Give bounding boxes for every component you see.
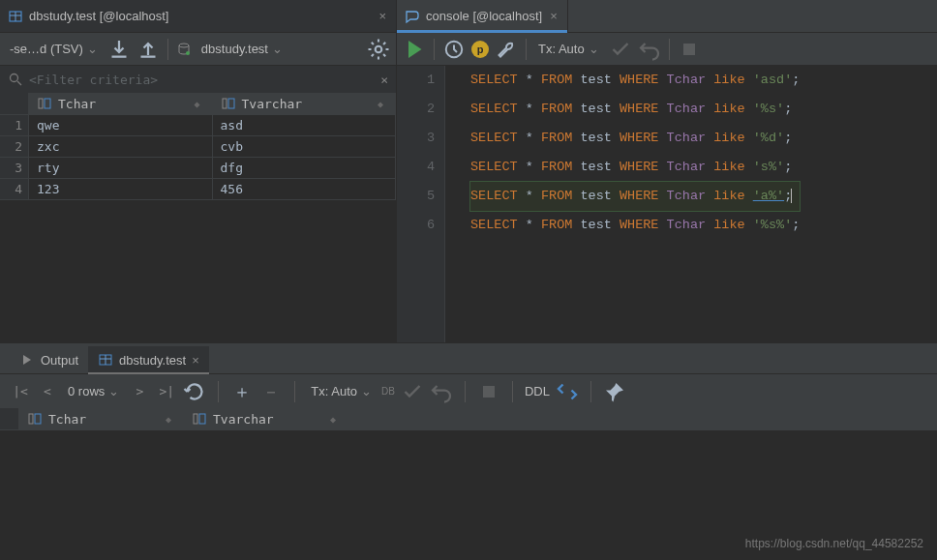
sort-icon[interactable]: ◆	[195, 102, 204, 106]
last-page-button[interactable]: >|	[156, 384, 177, 398]
svg-rect-20	[194, 414, 197, 424]
sort-icon[interactable]: ◆	[166, 417, 175, 422]
table-icon	[8, 9, 23, 24]
tx-mode-dropdown-bottom[interactable]: Tx: Auto ⌄	[307, 384, 376, 398]
editor-body[interactable]: SELECT * FROM test WHERE Tchar like 'asd…	[445, 66, 825, 342]
table-row[interactable]: 3rtydfg	[0, 158, 396, 179]
output-grid-label: dbstudy.test	[119, 353, 186, 368]
table-row[interactable]: 2zxccvb	[0, 136, 396, 158]
datasource-icon	[176, 42, 192, 57]
svg-line-7	[17, 81, 21, 85]
compare-button[interactable]	[556, 380, 579, 403]
svg-point-5	[376, 45, 382, 52]
close-icon[interactable]: ×	[377, 9, 388, 23]
history-button[interactable]	[442, 38, 466, 61]
svg-rect-8	[39, 99, 43, 108]
svg-point-6	[11, 74, 18, 82]
table-icon	[98, 352, 113, 368]
search-icon	[8, 72, 23, 87]
tx-mode-dropdown[interactable]: Tx: Auto ⌄	[534, 42, 603, 56]
output-tab[interactable]: Output	[10, 346, 88, 373]
column-icon	[221, 96, 236, 111]
next-page-button[interactable]: >	[129, 384, 150, 398]
svg-rect-21	[199, 414, 205, 424]
ddl-button[interactable]: DDL	[525, 384, 550, 398]
row-number: 3	[0, 158, 29, 178]
filter-placeholder: <Filter criteria>	[29, 73, 375, 87]
tab-console[interactable]: console [@localhost] ×	[397, 0, 568, 32]
run-button[interactable]	[403, 38, 426, 61]
chevron-down-icon: ⌄	[87, 42, 98, 56]
output-grid-tab[interactable]: dbstudy.test ×	[88, 346, 209, 373]
p-badge[interactable]: p	[471, 38, 489, 61]
datasource-dropdown[interactable]: dbstudy.test ⌄	[197, 42, 287, 56]
result-grid: Tchar ◆ Tvarchar ◆ 1qweasd2zxccvb3rtydfg…	[0, 93, 396, 342]
cell-tvarchar[interactable]: 456	[213, 179, 397, 199]
chevron-down-icon: ⌄	[361, 384, 372, 398]
tab-dbstudy-test[interactable]: dbstudy.test [@localhost] ×	[0, 0, 397, 32]
gutter: 1 2 3 4 5 6	[397, 66, 445, 342]
svg-rect-11	[228, 99, 234, 108]
svg-rect-19	[35, 414, 41, 424]
row-number: 2	[0, 136, 29, 157]
svg-rect-17	[483, 386, 495, 398]
pin-button[interactable]	[603, 380, 626, 403]
editor-toolbar: p Tx: Auto ⌄	[397, 33, 937, 66]
rows-count-label[interactable]: 0 rows ⌄	[64, 384, 123, 398]
table-row[interactable]: 4123456	[0, 179, 396, 200]
rollback-button[interactable]	[638, 38, 661, 61]
reload-button[interactable]	[183, 380, 206, 403]
sort-icon[interactable]: ◆	[330, 417, 340, 422]
cell-tvarchar[interactable]: asd	[213, 115, 397, 135]
cell-tchar[interactable]: zxc	[29, 136, 213, 157]
svg-rect-18	[29, 414, 33, 424]
commit-button[interactable]	[609, 38, 632, 61]
column-header-tvarchar[interactable]: Tvarchar ◆	[213, 93, 397, 114]
import-button[interactable]	[107, 38, 131, 61]
bottom-column-tchar[interactable]: Tchar ◆	[19, 408, 184, 429]
commit-button-bottom[interactable]	[401, 380, 424, 403]
close-icon[interactable]: ×	[548, 9, 559, 23]
tx-label: Tx: Auto	[538, 42, 585, 56]
rollback-button-bottom[interactable]	[430, 380, 453, 403]
table-row[interactable]: 1qweasd	[0, 115, 396, 136]
run-icon	[19, 352, 35, 368]
settings-button[interactable]	[367, 38, 390, 61]
bottom-result-grid: Tchar ◆ Tvarchar ◆	[0, 408, 937, 529]
tab-console-label: console [@localhost]	[426, 9, 542, 23]
remove-row-button[interactable]: －	[259, 380, 283, 403]
add-row-button[interactable]: ＋	[230, 380, 254, 403]
bottom-column-tvarchar[interactable]: Tvarchar ◆	[184, 408, 348, 429]
column-icon	[37, 96, 52, 111]
sort-icon[interactable]: ◆	[378, 102, 387, 106]
svg-rect-10	[223, 99, 227, 108]
view-mode-label: -se…d (TSV)	[10, 42, 83, 56]
db-commit-button[interactable]: DB	[381, 380, 395, 403]
bottom-toolbar: |< < 0 rows ⌄ > >| ＋ － Tx: Auto ⌄ DB DDL	[0, 373, 937, 408]
filter-bar[interactable]: <Filter criteria> ×	[0, 66, 396, 93]
view-mode-dropdown[interactable]: -se…d (TSV) ⌄	[6, 42, 102, 56]
svg-rect-9	[45, 99, 50, 108]
cell-tchar[interactable]: 123	[29, 179, 213, 199]
cell-tchar[interactable]: rty	[29, 158, 213, 178]
tools-button[interactable]	[495, 38, 518, 61]
sql-editor[interactable]: 1 2 3 4 5 6 SELECT * FROM test WHERE Tch…	[397, 66, 937, 342]
chevron-down-icon: ⌄	[272, 42, 283, 56]
column-icon	[192, 411, 207, 427]
stop-button-bottom[interactable]	[477, 380, 500, 403]
close-icon[interactable]: ×	[192, 353, 199, 368]
export-button[interactable]	[136, 38, 160, 61]
cell-tchar[interactable]: qwe	[29, 115, 213, 135]
prev-page-button[interactable]: <	[37, 384, 58, 398]
column-header-tchar[interactable]: Tchar ◆	[29, 93, 213, 114]
tab-dbstudy-label: dbstudy.test [@localhost]	[29, 9, 168, 23]
cell-tvarchar[interactable]: dfg	[213, 158, 397, 178]
row-number: 1	[0, 115, 29, 135]
watermark: https://blog.csdn.net/qq_44582252	[745, 537, 923, 550]
cell-tvarchar[interactable]: cvb	[213, 136, 397, 157]
column-icon	[27, 411, 43, 427]
first-page-button[interactable]: |<	[10, 384, 31, 398]
datasource-label: dbstudy.test	[201, 42, 268, 56]
clear-filter-icon[interactable]: ×	[380, 73, 388, 87]
stop-button[interactable]	[678, 38, 701, 61]
